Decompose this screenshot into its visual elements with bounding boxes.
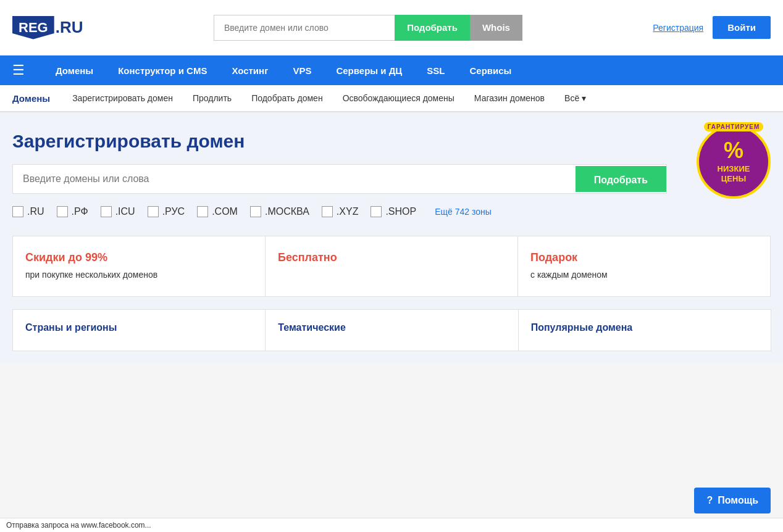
sub-nav: Домены Зарегистрировать домен Продлить П… (0, 85, 783, 112)
header: REG.RU Подобрать Whois Регистрация Войти (0, 0, 783, 56)
bottom-section-popular: Популярные домена (518, 309, 771, 351)
header-whois-button[interactable]: Whois (470, 15, 522, 41)
zone-com-label: .COM (212, 206, 238, 217)
nav-item-ssl[interactable]: SSL (414, 57, 457, 85)
zone-icu: .ICU (101, 206, 135, 217)
feature-discounts: Скидки до 99% при покупке нескольких дом… (13, 236, 266, 296)
badge-percent: % (724, 139, 743, 162)
zone-xyz: .XYZ (322, 206, 359, 217)
zone-shop-label: .SHOP (385, 206, 416, 217)
bottom-section-popular-title: Популярные домена (531, 322, 758, 333)
badge-container: ГАРАНТИРУЕМ % НИЗКИЕЦЕНЫ (697, 125, 771, 199)
feature-free: Бесплатно (266, 236, 518, 296)
badge-bottom-text: НИЗКИЕЦЕНЫ (718, 164, 750, 183)
feature-discounts-title: Скидки до 99% (25, 251, 253, 264)
bottom-section-countries: Страны и регионы (12, 309, 266, 351)
feature-free-title: Бесплатно (278, 251, 505, 264)
feature-gift: Подарок с каждым доменом (518, 236, 770, 296)
domain-search-input[interactable] (13, 165, 576, 193)
zone-more-link[interactable]: Ещё 742 зоны (435, 207, 492, 217)
zone-icu-checkbox[interactable] (101, 206, 112, 217)
sub-nav-expiring[interactable]: Освобождающиеся домены (333, 87, 464, 109)
zone-ru-checkbox[interactable] (12, 206, 23, 217)
nav-item-servers[interactable]: Серверы и ДЦ (324, 57, 414, 85)
zone-com: .COM (197, 206, 238, 217)
zone-icu-label: .ICU (115, 206, 135, 217)
bottom-sections: Страны и регионы Тематические Популярные… (12, 309, 771, 351)
domain-search-bar: Подобрать (12, 164, 667, 194)
login-button[interactable]: Войти (713, 16, 771, 39)
logo-text: .RU (56, 18, 83, 37)
bottom-section-countries-title: Страны и регионы (25, 322, 253, 333)
features-row: Скидки до 99% при покупке нескольких дом… (12, 236, 771, 297)
header-search-bar: Подобрать Whois (214, 15, 522, 41)
logo[interactable]: REG.RU (12, 16, 83, 39)
nav-items: Домены Конструктор и CMS Хостинг VPS Сер… (43, 57, 524, 85)
zone-rus-checkbox[interactable] (148, 206, 159, 217)
zone-rf: .РФ (57, 206, 88, 217)
header-search-input[interactable] (214, 15, 395, 41)
bottom-section-thematic-title: Тематические (278, 322, 505, 333)
logo-icon: REG (12, 16, 54, 39)
page-title: Зарегистрировать домен (12, 131, 771, 152)
nav-item-domains[interactable]: Домены (43, 57, 106, 85)
zone-xyz-label: .XYZ (337, 206, 359, 217)
register-link[interactable]: Регистрация (653, 23, 703, 33)
sub-nav-register[interactable]: Зарегистрировать домен (62, 87, 183, 109)
header-search-button[interactable]: Подобрать (395, 15, 470, 41)
nav-item-vps[interactable]: VPS (280, 57, 324, 85)
header-right: Регистрация Войти (653, 16, 771, 39)
hamburger-icon[interactable]: ☰ (6, 56, 31, 85)
zone-shop: .SHOP (371, 206, 416, 217)
sub-nav-pick[interactable]: Подобрать домен (241, 87, 332, 109)
feature-gift-desc: с каждым доменом (530, 269, 758, 281)
feature-discounts-desc: при покупке нескольких доменов (25, 269, 253, 281)
nav-item-hosting[interactable]: Хостинг (219, 57, 280, 85)
zone-rf-label: .РФ (72, 206, 88, 217)
zone-moskva-checkbox[interactable] (250, 206, 261, 217)
zone-moskva: .МОСКВА (250, 206, 309, 217)
badge-top-text: ГАРАНТИРУЕМ (704, 122, 764, 131)
nav-item-constructor[interactable]: Конструктор и CMS (106, 57, 219, 85)
nav-item-services[interactable]: Сервисы (457, 57, 524, 85)
zone-shop-checkbox[interactable] (371, 206, 382, 217)
zone-rus-label: .РУС (162, 206, 185, 217)
nav-bar: ☰ Домены Конструктор и CMS Хостинг VPS С… (0, 56, 783, 85)
zone-moskva-label: .МОСКВА (265, 206, 309, 217)
feature-gift-title: Подарок (530, 251, 758, 264)
domain-search-button[interactable]: Подобрать (576, 166, 666, 192)
main-content: ГАРАНТИРУЕМ % НИЗКИЕЦЕНЫ Зарегистрироват… (0, 112, 783, 364)
zone-rus: .РУС (148, 206, 185, 217)
sub-nav-title[interactable]: Домены (12, 93, 50, 104)
domain-zones: .RU .РФ .ICU .РУС .COM .МОСКВА .XYZ .SH (12, 206, 771, 217)
zone-com-checkbox[interactable] (197, 206, 208, 217)
sub-nav-market[interactable]: Магазин доменов (464, 87, 555, 109)
sub-nav-all[interactable]: Всё ▾ (555, 87, 596, 109)
zone-ru-label: .RU (27, 206, 44, 217)
zone-xyz-checkbox[interactable] (322, 206, 333, 217)
sub-nav-renew[interactable]: Продлить (183, 87, 241, 109)
promo-badge: ГАРАНТИРУЕМ % НИЗКИЕЦЕНЫ (697, 125, 771, 199)
bottom-section-thematic: Тематические (265, 309, 518, 351)
zone-rf-checkbox[interactable] (57, 206, 68, 217)
zone-ru: .RU (12, 206, 44, 217)
